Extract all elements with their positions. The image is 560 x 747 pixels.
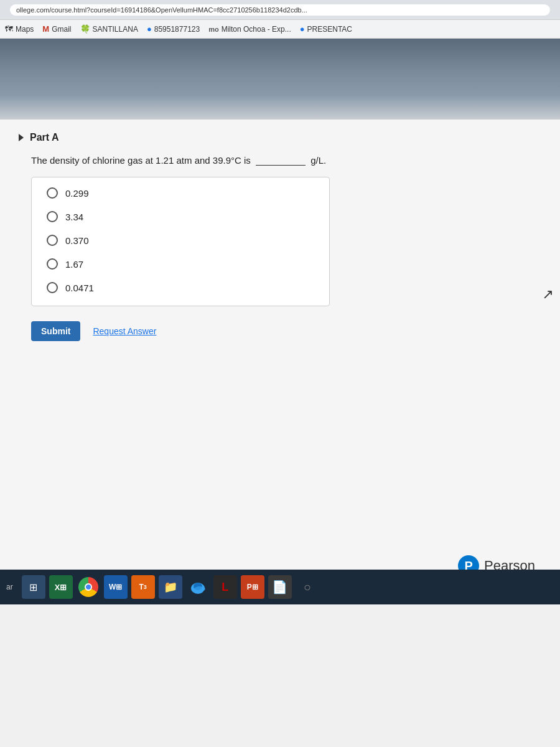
choices-container: 0.299 3.34 0.370 1.67 0.0471 [31, 177, 330, 306]
part-a-title: Part A [30, 132, 59, 143]
gmail-icon: M [42, 24, 49, 34]
bookmark-maps[interactable]: 🗺 Maps [5, 24, 34, 34]
radio-3[interactable] [47, 258, 58, 270]
choice-item-2[interactable]: 0.370 [47, 235, 314, 246]
taskbar-word-icon[interactable]: W⊞ [104, 575, 128, 599]
taskbar-files-icon[interactable]: 📁 [159, 575, 182, 599]
main-content: Part A The density of chlorine gas at 1.… [0, 120, 560, 543]
question-text: The density of chlorine gas at 1.21 atm … [19, 154, 535, 166]
bookmark-gmail[interactable]: M Gmail [42, 24, 71, 34]
choice-label-2: 0.370 [65, 235, 89, 246]
bookmarks-bar: 🗺 Maps M Gmail 🍀 SANTILLANA ● 8595187712… [0, 20, 560, 39]
choice-label-1: 3.34 [65, 212, 83, 222]
taskbar-edge-icon[interactable] [186, 575, 210, 599]
page-header-image [0, 39, 560, 120]
taskbar-close-icon[interactable]: ○ [296, 575, 319, 599]
cursor-arrow: ↖ [543, 286, 554, 303]
presentac-icon: ● [300, 24, 305, 34]
choice-item-3[interactable]: 1.67 [47, 258, 314, 270]
taskbar-label: ar [6, 583, 13, 591]
taskbar-table-icon[interactable]: ⊞ [22, 575, 45, 599]
taskbar-L-icon[interactable]: L [213, 575, 237, 599]
bookmark-phone-label: 85951877123 [154, 25, 200, 34]
bookmark-maps-label: Maps [16, 25, 34, 34]
browser-top-bar: ollege.com/course.html?courseId=16914186… [0, 0, 560, 20]
taskbar-excel-icon[interactable]: X⊞ [49, 575, 73, 599]
choice-item-0[interactable]: 0.299 [47, 187, 314, 199]
bookmark-phone[interactable]: ● 85951877123 [147, 24, 200, 34]
radio-0[interactable] [47, 187, 58, 199]
radio-1[interactable] [47, 211, 58, 222]
phone-icon: ● [147, 24, 152, 34]
answer-blank [256, 154, 306, 166]
bookmark-gmail-label: Gmail [52, 25, 71, 34]
taskbar: ar ⊞ X⊞ W⊞ T3 📁 L P⊞ 📄 ○ [0, 570, 560, 604]
buttons-row: Submit Request Answer [31, 321, 535, 341]
maps-icon: 🗺 [5, 24, 13, 34]
radio-2[interactable] [47, 235, 58, 246]
choice-label-0: 0.299 [65, 188, 89, 199]
collapse-triangle-icon[interactable] [19, 134, 24, 141]
bookmark-santillana[interactable]: 🍀 SANTILLANA [80, 24, 138, 34]
bookmark-presentac-label: PRESENTAC [307, 25, 352, 34]
santillana-icon: 🍀 [80, 24, 90, 34]
url-bar[interactable]: ollege.com/course.html?courseId=16914186… [10, 4, 550, 16]
taskbar-file-icon[interactable]: 📄 [268, 575, 292, 599]
bookmark-presentac[interactable]: ● PRESENTAC [300, 24, 352, 34]
choice-item-4[interactable]: 0.0471 [47, 282, 314, 293]
submit-button[interactable]: Submit [31, 321, 80, 341]
bookmark-santillana-label: SANTILLANA [93, 25, 138, 34]
bookmark-milton-label: Milton Ochoa - Exp... [222, 25, 291, 34]
taskbar-chrome-icon[interactable] [77, 575, 100, 599]
part-a-header: Part A [19, 132, 535, 143]
choice-label-3: 1.67 [65, 259, 83, 270]
svg-point-2 [194, 586, 205, 591]
bookmark-milton[interactable]: mo Milton Ochoa - Exp... [208, 25, 291, 34]
taskbar-ppt-icon[interactable]: P⊞ [241, 575, 264, 599]
request-answer-button[interactable]: Request Answer [93, 326, 156, 336]
choice-item-1[interactable]: 3.34 [47, 211, 314, 222]
radio-4[interactable] [47, 282, 58, 293]
choice-label-4: 0.0471 [65, 283, 94, 293]
taskbar-t3-icon[interactable]: T3 [131, 575, 155, 599]
milton-icon: mo [208, 26, 219, 33]
